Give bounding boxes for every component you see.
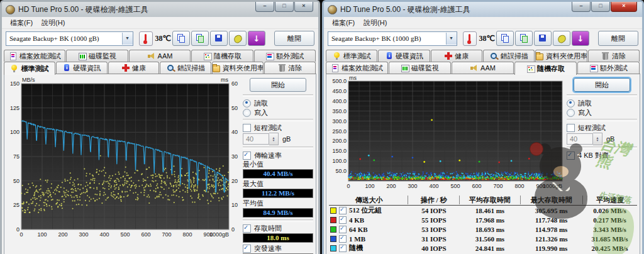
start-button[interactable]: 開始 bbox=[250, 78, 306, 92]
tab-disk-info[interactable]: 硬碟資訊 bbox=[378, 50, 430, 62]
options-button[interactable] bbox=[553, 31, 570, 46]
copy-button[interactable] bbox=[496, 31, 514, 46]
write-radio-row[interactable]: 寫入 bbox=[243, 108, 313, 117]
tab-extra-tests[interactable]: 額外測試 bbox=[577, 62, 640, 74]
tab-erase[interactable]: 清除 bbox=[588, 50, 640, 62]
menu-file[interactable]: 檔案(F) bbox=[6, 18, 37, 28]
tab-random-access[interactable]: 隨機存取 bbox=[191, 50, 253, 62]
burst-rate-checkbox[interactable] bbox=[243, 245, 251, 253]
save-button[interactable] bbox=[210, 31, 228, 46]
tab-file-benchmark[interactable]: 檔案效能測試 bbox=[4, 50, 65, 62]
save-icon bbox=[538, 34, 547, 43]
burst-rate-row[interactable]: 突發速率 bbox=[243, 244, 313, 253]
tab-folder-usage[interactable]: 資料夾使用率 bbox=[212, 62, 264, 74]
start-button[interactable]: 開始 bbox=[574, 78, 630, 92]
series-checkbox[interactable] bbox=[339, 245, 347, 252]
tab-erase[interactable]: 清除 bbox=[264, 62, 316, 74]
maximize-button[interactable]: □ bbox=[591, 2, 610, 12]
series-swatch bbox=[330, 236, 336, 242]
short-test-row[interactable]: 短程測試 bbox=[567, 123, 637, 132]
table-row: 4 KB 55 IOPS 17.968 ms 117.748 ms 0.217 … bbox=[329, 215, 637, 224]
short-test-checkbox[interactable] bbox=[243, 124, 251, 132]
svg-text:200.0: 200.0 bbox=[332, 138, 347, 144]
tab-health[interactable]: 健康 bbox=[431, 50, 482, 62]
align-4k-checkbox[interactable] bbox=[567, 152, 575, 160]
read-radio[interactable] bbox=[567, 99, 575, 108]
tab-aam[interactable]: AAM bbox=[129, 50, 191, 62]
options-button[interactable] bbox=[229, 31, 247, 46]
drive-select[interactable]: Seagate Backup+ BK (1000 gB) ▼ bbox=[328, 31, 457, 46]
write-radio[interactable] bbox=[567, 109, 575, 117]
transfer-rate-checkbox[interactable] bbox=[243, 152, 251, 160]
tab-health[interactable]: 健康 bbox=[108, 62, 160, 74]
tab-file-benchmark[interactable]: 檔案效能測試 bbox=[326, 62, 388, 74]
capture-button[interactable]: ↓ bbox=[572, 31, 589, 46]
tab-folder-usage[interactable]: 資料夾使用率 bbox=[535, 50, 587, 62]
tab-extra-tests[interactable]: 額外測試 bbox=[254, 50, 316, 62]
read-radio-row[interactable]: 讀取 bbox=[567, 99, 637, 108]
spinner-arrows[interactable]: ▲▼ bbox=[269, 133, 279, 145]
close-button[interactable]: × bbox=[611, 2, 637, 12]
options-icon bbox=[557, 34, 566, 43]
series-checkbox[interactable] bbox=[339, 207, 347, 214]
tab-disk-monitor[interactable]: 磁碟監視 bbox=[389, 62, 451, 74]
titlebar[interactable]: HD Tune Pro 5.00 - 硬碟檢測-維護工具 – □ × bbox=[324, 2, 642, 17]
copy-button[interactable] bbox=[172, 31, 190, 46]
capture-button[interactable]: ↓ bbox=[248, 31, 265, 46]
minimize-button[interactable]: – bbox=[255, 2, 274, 12]
spinner-arrows[interactable]: ▲▼ bbox=[593, 133, 602, 145]
series-checkbox[interactable] bbox=[339, 226, 347, 233]
tab-error-scan[interactable]: 錯誤掃描 bbox=[160, 62, 211, 74]
magnifier-icon bbox=[490, 52, 498, 60]
copy-image-button[interactable] bbox=[191, 31, 209, 46]
access-time-checkbox[interactable] bbox=[243, 224, 251, 233]
drive-select[interactable]: Seagate Backup+ BK (1000 gB) ▼ bbox=[6, 31, 133, 46]
series-checkbox[interactable] bbox=[339, 235, 347, 243]
titlebar[interactable]: HD Tune Pro 5.00 - 硬碟檢測-維護工具 – □ × bbox=[2, 2, 318, 17]
maximize-button[interactable]: □ bbox=[275, 2, 294, 12]
align-4k-row[interactable]: 4 KB 對齊 bbox=[567, 151, 637, 160]
svg-text:400.0: 400.0 bbox=[332, 98, 347, 104]
save-button[interactable] bbox=[534, 31, 552, 46]
access-time-row[interactable]: 存取時間 bbox=[243, 224, 313, 233]
short-test-row[interactable]: 短程測試 bbox=[243, 123, 313, 132]
tab-error-scan[interactable]: 錯誤掃描 bbox=[483, 50, 535, 62]
tab-disk-monitor[interactable]: 磁碟監視 bbox=[66, 50, 128, 62]
options-icon bbox=[233, 34, 242, 43]
menubar: 檔案(F) 說明(H) bbox=[324, 17, 642, 29]
tab-aam[interactable]: AAM bbox=[452, 62, 514, 74]
exit-button[interactable]: 離開 bbox=[274, 31, 314, 46]
series-checkbox[interactable] bbox=[339, 216, 347, 224]
exit-button[interactable]: 離開 bbox=[598, 31, 638, 46]
divider bbox=[243, 94, 313, 97]
svg-text:60: 60 bbox=[231, 80, 238, 87]
read-radio[interactable] bbox=[243, 99, 251, 108]
size-input[interactable]: 40 bbox=[567, 133, 593, 145]
tab-benchmark[interactable]: 標準測試 bbox=[326, 50, 377, 62]
app-icon bbox=[328, 5, 337, 14]
tab-random-access-active[interactable]: 隨機存取 bbox=[514, 62, 577, 75]
svg-text:400: 400 bbox=[429, 183, 438, 189]
close-button[interactable]: × bbox=[294, 2, 313, 12]
menu-help[interactable]: 說明(H) bbox=[359, 18, 391, 28]
max-value: 112.2 MB/s bbox=[243, 189, 313, 198]
minimize-button[interactable]: – bbox=[572, 2, 591, 12]
tab-disk-info[interactable]: 硬碟資訊 bbox=[56, 62, 108, 74]
write-radio[interactable] bbox=[243, 109, 251, 117]
short-test-checkbox[interactable] bbox=[567, 124, 575, 132]
short-test-size: 40 ▲▼ gB bbox=[567, 133, 637, 145]
copy-image-button[interactable] bbox=[515, 31, 533, 46]
size-input[interactable]: 40 bbox=[243, 133, 269, 145]
menu-help[interactable]: 說明(H) bbox=[37, 18, 69, 28]
transfer-rate-row[interactable]: 傳輸速率 bbox=[243, 151, 313, 160]
folder-icon bbox=[212, 64, 219, 72]
tab-benchmark-active[interactable]: 標準測試 bbox=[4, 62, 55, 75]
copy-image-icon bbox=[196, 34, 204, 43]
avg-label: 平均值 bbox=[243, 199, 313, 207]
read-radio-row[interactable]: 讀取 bbox=[243, 99, 313, 108]
write-radio-row[interactable]: 寫入 bbox=[567, 108, 637, 117]
menu-file[interactable]: 檔案(F) bbox=[328, 18, 359, 28]
down-arrow-icon: ↓ bbox=[253, 35, 260, 43]
svg-text:40: 40 bbox=[231, 129, 238, 135]
svg-text:800: 800 bbox=[514, 183, 524, 189]
